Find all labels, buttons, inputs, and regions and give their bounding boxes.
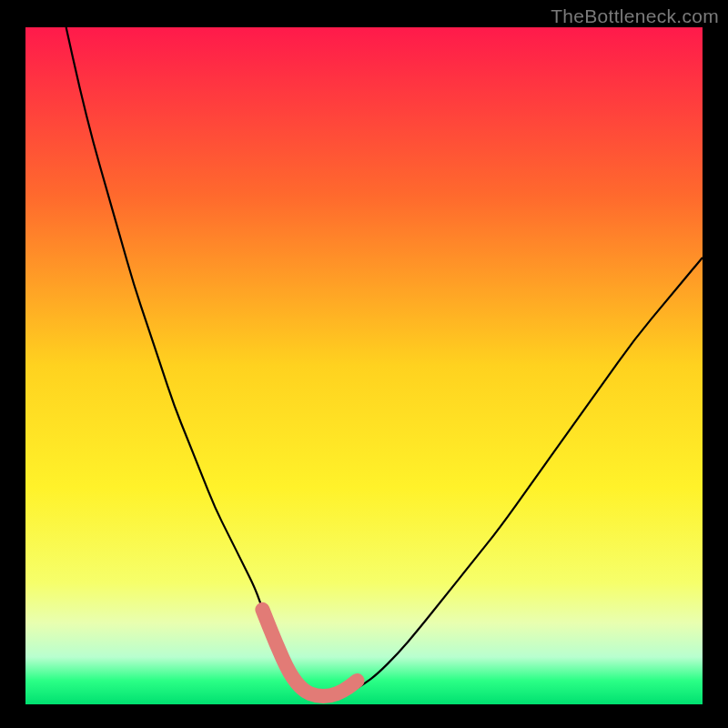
- plot-background-gradient: [25, 27, 703, 704]
- bottleneck-chart: [0, 0, 728, 728]
- chart-frame: TheBottleneck.com: [0, 0, 728, 728]
